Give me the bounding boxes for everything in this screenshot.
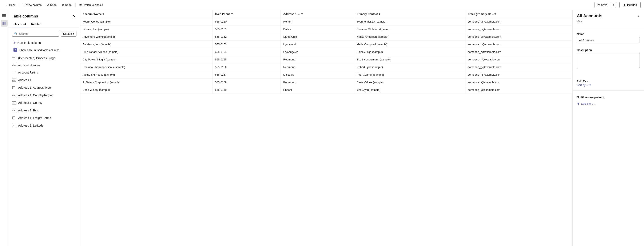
list-item[interactable]: Address 1: Address Type	[8, 84, 80, 92]
svg-rect-5	[12, 71, 16, 72]
tab-account[interactable]: Account	[12, 21, 29, 28]
table-cell: Dallas	[281, 26, 354, 33]
show-unused-checkbox[interactable]	[14, 48, 17, 52]
table-row[interactable]: Fourth Coffee (sample)555-0150RentonYvon…	[80, 18, 572, 26]
column-label: Address 1: Latitude	[18, 124, 44, 127]
table-cell: 555-0157	[212, 71, 281, 78]
list-item[interactable]: Abc Address 1: Country/Region	[8, 92, 80, 99]
list-item[interactable]: Abc Account Number	[8, 62, 80, 69]
abc-def-icon-4: Abc	[12, 108, 16, 112]
table-cell: Maria Campbell (sample)	[354, 41, 465, 48]
column-label: Account Rating	[18, 71, 38, 74]
table-row[interactable]: Litware, Inc. (sample)555-0151DallasSusa…	[80, 26, 572, 33]
col-resize-handle[interactable]	[234, 12, 234, 16]
svg-rect-1	[4, 22, 6, 25]
save-button[interactable]: Save	[594, 2, 610, 8]
edit-filters-button[interactable]: Edit filters ...	[572, 101, 600, 106]
svg-rect-6	[12, 72, 15, 72]
table-cell: Rene Valdes (sample)	[354, 78, 465, 86]
svg-rect-3	[12, 58, 15, 58]
hamburger-button[interactable]	[1, 12, 8, 19]
props-divider-3	[572, 90, 644, 90]
list-item[interactable]: Account Rating	[8, 69, 80, 76]
view-column-label: View column	[26, 3, 42, 6]
col-header-main-phone[interactable]: Main Phone ▾	[212, 10, 281, 18]
sort-icon: ▾	[301, 12, 303, 16]
view-column-button[interactable]: + View column	[21, 2, 44, 8]
back-button[interactable]: Back	[3, 2, 18, 8]
tab-related[interactable]: Related	[29, 21, 44, 28]
table-columns-toggle-button[interactable]	[1, 20, 8, 26]
col-resize-handle[interactable]	[105, 12, 106, 16]
list-item[interactable]: # Address 1: Latitude	[8, 122, 80, 129]
col-header-account-name[interactable]: Account Name ▾	[80, 10, 212, 18]
table-cell: Alpine Ski House (sample)	[80, 71, 212, 78]
props-description-textarea[interactable]	[577, 53, 640, 68]
col-resize-handle[interactable]	[381, 12, 382, 16]
table-row[interactable]: Alpine Ski House (sample)555-0157Missoul…	[80, 71, 572, 78]
table-cell: someone_g@example.com	[465, 64, 572, 71]
publish-button[interactable]: Publish	[619, 2, 641, 8]
table-cell: 555-0159	[212, 86, 281, 94]
table-row[interactable]: City Power & Light (sample)555-0155Redmo…	[80, 56, 572, 64]
sort-by-dropdown[interactable]: Sort by ... ▾	[572, 82, 644, 88]
add-column-row[interactable]: + New table column	[10, 39, 78, 46]
table-row[interactable]: Fabrikam, Inc. (sample)555-0153LynnwoodM…	[80, 41, 572, 48]
col-resize-handle[interactable]	[304, 12, 304, 16]
col-header-primary-contact[interactable]: Primary Contact ▾	[354, 10, 465, 18]
back-label: Back	[9, 3, 15, 6]
edit-filters-label: Edit filters ...	[581, 102, 596, 105]
table-row[interactable]: Contoso Pharmaceuticals (sample)555-0156…	[80, 64, 572, 71]
switch-label: Switch to classic	[83, 3, 103, 6]
switch-to-classic-button[interactable]: ⇄ Switch to classic	[77, 2, 105, 8]
sort-by-title: Sort by ...	[577, 79, 589, 82]
default-dropdown[interactable]: Default ▾	[61, 31, 76, 37]
list-item[interactable]: Abc Address 1: Fax	[8, 106, 80, 114]
table-cell: Fourth Coffee (sample)	[80, 18, 212, 26]
panel-close-button[interactable]: ✕	[72, 14, 76, 19]
table-cell: 555-0151	[212, 26, 281, 33]
panel-search-row: 🔍 Default ▾	[8, 28, 80, 39]
props-name-group: Name	[572, 30, 644, 46]
columns-icon	[2, 21, 6, 25]
table-cell: Los Angeles	[281, 48, 354, 56]
panel-title: Table columns	[12, 14, 38, 18]
col-resize-handle[interactable]	[497, 12, 498, 16]
list-item[interactable]: Abc Address 1: County	[8, 99, 80, 106]
panel-search[interactable]: 🔍	[12, 31, 59, 37]
search-input[interactable]	[19, 32, 57, 36]
list-item[interactable]: Address 1: Freight Terms	[8, 114, 80, 122]
close-icon: ✕	[73, 14, 76, 18]
list-item[interactable]: Abc Address 1	[8, 76, 80, 84]
list-item[interactable]: (Deprecated) Process Stage	[8, 54, 80, 62]
table-row[interactable]: Blue Yonder Airlines (sample)555-0154Los…	[80, 48, 572, 56]
svg-rect-4	[12, 59, 15, 59]
sort-icon: ▾	[379, 12, 380, 16]
table-cell: Redmond	[281, 56, 354, 64]
table-row[interactable]: Coho Winery (sample)555-0159PhoenixJim G…	[80, 86, 572, 94]
undo-button[interactable]: ↺ Undo	[45, 2, 59, 8]
redo-button[interactable]: ↻ Redo	[60, 2, 74, 8]
chevron-down-icon: ▾	[590, 84, 591, 86]
tab-account-label: Account	[14, 22, 26, 26]
table-row[interactable]: A. Datum Corporation (sample)555-0158Red…	[80, 78, 572, 86]
table-cell: Fabrikam, Inc. (sample)	[80, 41, 212, 48]
svg-rect-0	[2, 22, 4, 25]
props-expand-button[interactable]: ›	[637, 14, 640, 18]
sort-by-label: Sort by ...	[577, 84, 588, 86]
table-row[interactable]: Adventure Works (sample)555-0152Santa Cr…	[80, 33, 572, 41]
column-label: Address 1	[18, 78, 32, 82]
publish-icon	[623, 4, 626, 6]
col-header-email[interactable]: Email (Primary Co... ▾	[465, 10, 572, 18]
svg-rect-7	[12, 73, 15, 73]
save-dropdown-button[interactable]: ▾	[611, 2, 616, 8]
table-cell: someone_b@example.com	[465, 26, 572, 33]
table-cell: City Power & Light (sample)	[80, 56, 212, 64]
table-cell: Lynnwood	[281, 41, 354, 48]
show-unused-label: Show only unused table columns	[19, 48, 60, 52]
table-cell: Jim Glynn (sample)	[354, 86, 465, 94]
col-header-address[interactable]: Address 1: ... ▾	[281, 10, 354, 18]
show-unused-row[interactable]: Show only unused table columns	[10, 46, 78, 54]
props-name-input[interactable]	[577, 37, 640, 44]
table-cell: someone_j@example.com	[465, 86, 572, 94]
